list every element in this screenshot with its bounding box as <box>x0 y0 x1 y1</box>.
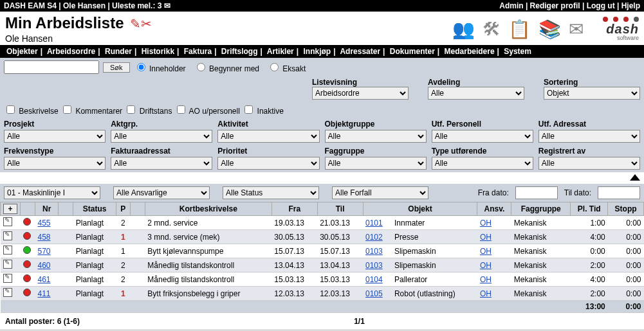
add-button[interactable]: + <box>3 204 17 214</box>
resp-link[interactable]: OH <box>480 247 492 256</box>
edit-icon[interactable] <box>3 217 12 226</box>
sel-prioritet[interactable]: Alle <box>217 157 319 170</box>
edit-icon[interactable] <box>3 246 12 255</box>
col-p[interactable]: P <box>116 202 130 216</box>
admin-link[interactable]: Admin <box>499 1 523 10</box>
sel-status[interactable]: Alle Status <box>223 186 319 199</box>
menu-innkjop[interactable]: Innkjøp <box>303 47 331 56</box>
table-row[interactable]: 455Planlagt22 mnd. service19.03.1321.03.… <box>1 216 644 230</box>
chk-ao[interactable]: AO u/personell <box>174 107 240 116</box>
menu-dokumenter[interactable]: Dokumenter <box>390 47 435 56</box>
col-plan[interactable]: Pl. Tid <box>571 202 608 216</box>
chk-inactive[interactable]: Inaktive <box>242 107 284 116</box>
col-status[interactable]: Status <box>73 202 116 216</box>
sel-prosjekt[interactable]: Alle <box>4 130 106 143</box>
table-row[interactable]: 458Planlagt13 mnd. service (mek)30.05.13… <box>1 230 644 244</box>
col-from[interactable]: Fra <box>271 202 317 216</box>
table-row[interactable]: 461Planlagt2Månedlig tilstandskontroll15… <box>1 273 644 287</box>
sel-objektgruppe[interactable]: Alle <box>325 130 427 143</box>
edit-icon[interactable] <box>3 260 12 269</box>
menu-faktura[interactable]: Faktura <box>184 47 212 56</box>
sel-aktivitet[interactable]: Alle <box>217 130 319 143</box>
chk-comments[interactable]: Kommentarer <box>60 107 122 116</box>
edit-icon[interactable] <box>3 231 12 240</box>
logout-link[interactable]: Logg ut <box>587 1 615 10</box>
object-nr-link[interactable]: 0101 <box>365 219 383 228</box>
sel-type-utforende[interactable]: Alle <box>432 157 533 170</box>
menu-artikler[interactable]: Artikler <box>267 47 294 56</box>
menu-adressater[interactable]: Adressater <box>340 47 380 56</box>
menu-historikk[interactable]: Historikk <box>142 47 174 56</box>
table-row[interactable]: 411Planlagt1Bytt friksjonsbelegg i gripe… <box>1 287 644 301</box>
lbl-prioritet: Prioritet <box>217 147 319 156</box>
col-resp[interactable]: Ansv. <box>477 202 511 216</box>
table-row[interactable]: 570Planlagt1Bytt kjølevannspumpe15.07.13… <box>1 244 644 258</box>
order-nr-link[interactable]: 455 <box>38 219 51 228</box>
edit-icon[interactable] <box>3 288 12 297</box>
object-nr-link[interactable]: 0103 <box>365 261 383 270</box>
col-object[interactable]: Objekt <box>363 202 477 216</box>
col-to[interactable]: Til <box>317 202 363 216</box>
sel-utf-personell[interactable]: Alle <box>432 130 533 143</box>
documents-icon[interactable]: 📚 <box>538 19 561 40</box>
resp-link[interactable]: OH <box>480 219 492 228</box>
sel-responsible[interactable]: Alle Ansvarlige <box>113 186 210 199</box>
mode-contains[interactable]: Inneholder <box>134 61 186 73</box>
sel-due[interactable]: Alle Forfall <box>332 186 428 199</box>
sel-fakturaadressat[interactable]: Alle <box>111 157 212 170</box>
object-nr-link[interactable]: 0104 <box>365 275 383 284</box>
resp-link[interactable]: OH <box>480 261 492 270</box>
lbl-utf-adressat: Utf. Adressat <box>538 120 640 129</box>
sel-aktgrp[interactable]: Alle <box>111 130 212 143</box>
mail-icon[interactable]: ✉ <box>569 19 584 40</box>
col-stop[interactable]: Stopp <box>608 202 644 216</box>
dept-select[interactable]: Alle <box>428 87 524 100</box>
menu-arbeidsordre[interactable]: Arbeidsordre <box>47 47 95 56</box>
menu-runder[interactable]: Runder <box>105 47 132 56</box>
menu-medarbeidere[interactable]: Medarbeidere <box>445 47 495 56</box>
object-nr-link[interactable]: 0102 <box>365 233 383 242</box>
chk-desc[interactable]: Beskrivelse <box>4 107 59 116</box>
order-nr-link[interactable]: 460 <box>38 261 51 270</box>
status-dot-icon <box>23 218 31 226</box>
menu-objekter[interactable]: Objekter <box>6 47 38 56</box>
order-nr-link[interactable]: 461 <box>38 275 51 284</box>
resp-link[interactable]: OH <box>480 289 492 298</box>
chk-downtime[interactable]: Driftstans <box>124 107 172 116</box>
resp-link[interactable]: OH <box>480 275 492 284</box>
search-checks: Beskrivelse Kommentarer Driftstans AO u/… <box>0 102 644 118</box>
col-nr[interactable]: Nr <box>35 202 59 216</box>
clipboard-icon[interactable]: 📋 <box>508 19 531 40</box>
object-nr-link[interactable]: 0103 <box>365 247 383 256</box>
cell-object: Slipemaskin <box>392 258 477 273</box>
menu-driftslogg[interactable]: Driftslogg <box>221 47 258 56</box>
sel-frekvenstype[interactable]: Alle <box>4 157 106 170</box>
to-date-input[interactable] <box>598 186 640 199</box>
mode-exact[interactable]: Eksakt <box>267 61 306 73</box>
sel-utf-adressat[interactable]: Alle <box>538 130 640 143</box>
mode-begins[interactable]: Begynner med <box>194 61 259 73</box>
sel-faggruppe[interactable]: Alle <box>325 157 427 170</box>
users-icon[interactable]: 👥 <box>452 19 475 40</box>
sort-select[interactable]: Objekt <box>544 87 640 100</box>
search-input[interactable] <box>4 60 99 74</box>
help-link[interactable]: Hjelp <box>621 1 640 10</box>
edit-tools-icon[interactable]: 🛠 <box>483 19 501 40</box>
order-nr-link[interactable]: 570 <box>38 247 51 256</box>
search-button[interactable]: Søk <box>103 62 130 73</box>
resp-link[interactable]: OH <box>480 233 492 242</box>
from-date-input[interactable] <box>515 186 558 199</box>
order-nr-link[interactable]: 411 <box>38 289 51 298</box>
object-nr-link[interactable]: 0105 <box>365 289 383 298</box>
menu-system[interactable]: System <box>504 47 531 56</box>
edit-profile-link[interactable]: Rediger profil <box>530 1 580 10</box>
table-row[interactable]: 460Planlagt2Månedlig tilstandskontroll13… <box>1 258 644 273</box>
order-nr-link[interactable]: 458 <box>38 233 51 242</box>
col-group[interactable]: Faggruppe <box>511 202 571 216</box>
collapse-up-icon[interactable] <box>630 174 640 181</box>
edit-icon[interactable] <box>3 274 12 283</box>
sel-line[interactable]: 01 - Maskinlinje I <box>4 186 100 199</box>
sel-registrert-av[interactable]: Alle <box>538 157 640 170</box>
listview-select[interactable]: Arbeidsordre <box>312 87 409 100</box>
col-short[interactable]: Kortbeskrivelse <box>145 202 271 216</box>
